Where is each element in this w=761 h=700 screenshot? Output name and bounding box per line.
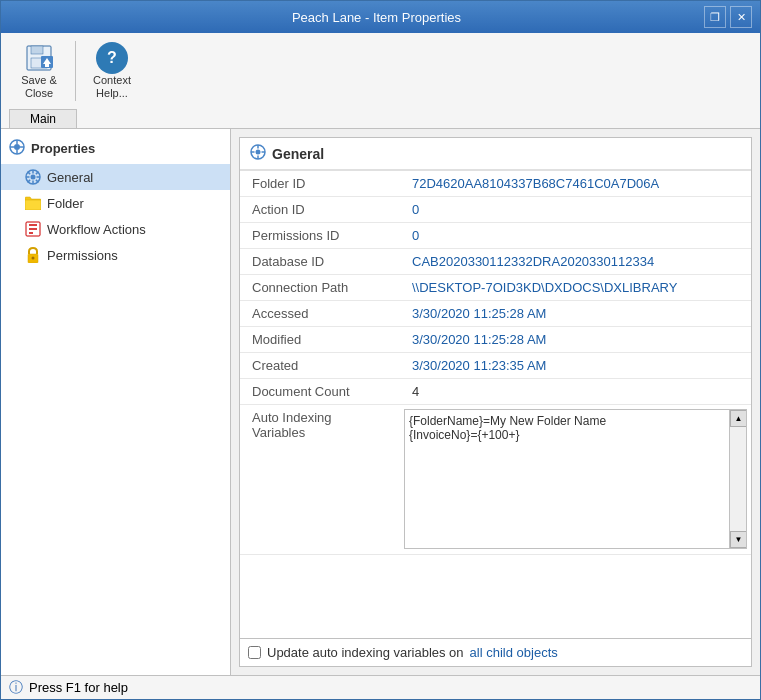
- sidebar-item-general[interactable]: General: [1, 164, 230, 190]
- scroll-up-button[interactable]: ▲: [730, 410, 747, 427]
- permissions-id-value: 0: [400, 223, 751, 249]
- save-close-label: Save &Close: [21, 74, 56, 100]
- svg-point-27: [32, 257, 35, 260]
- folder-id-value: 72D4620AA8104337B68C7461C0A7D06A: [400, 171, 751, 197]
- created-label: Created: [240, 353, 400, 379]
- properties-icon: [9, 139, 25, 158]
- lock-icon: [25, 247, 41, 263]
- update-checkbox[interactable]: [248, 646, 261, 659]
- scroll-track: [730, 427, 746, 531]
- title-bar-buttons: ❐ ✕: [704, 6, 752, 28]
- title-bar: Peach Lane - Item Properties ❐ ✕: [1, 1, 760, 33]
- sidebar-item-folder[interactable]: Folder: [1, 190, 230, 216]
- context-help-button[interactable]: ? ContextHelp...: [82, 37, 142, 105]
- modified-value: 3/30/2020 11:25:28 AM: [400, 327, 751, 353]
- created-value: 3/30/2020 11:23:35 AM: [400, 353, 751, 379]
- workflow-actions-label: Workflow Actions: [47, 222, 146, 237]
- permissions-label: Permissions: [47, 248, 118, 263]
- panel-header: General: [240, 138, 751, 170]
- toolbar-separator: [75, 41, 76, 101]
- svg-line-20: [36, 172, 39, 175]
- auto-indexing-value-cell: {FolderName}=My New Folder Name {Invoice…: [400, 405, 751, 554]
- checkbox-label-text: Update auto indexing variables on: [267, 645, 464, 660]
- close-button[interactable]: ✕: [730, 6, 752, 28]
- content-area: General Folder ID 72D4620AA8104337B68C74…: [231, 129, 760, 675]
- svg-point-7: [14, 144, 20, 150]
- modified-label: Modified: [240, 327, 400, 353]
- panel-header-text: General: [272, 146, 324, 162]
- toolbar: Save &Close ? ContextHelp... Main: [1, 33, 760, 129]
- svg-rect-1: [31, 46, 43, 54]
- context-help-label: ContextHelp...: [93, 74, 131, 100]
- save-close-button[interactable]: Save &Close: [9, 37, 69, 105]
- general-icon: [25, 169, 41, 185]
- properties-grid: Folder ID 72D4620AA8104337B68C7461C0A7D0…: [240, 170, 751, 405]
- database-id-value: CAB2020330112332DRA2020330112334: [400, 249, 751, 275]
- svg-point-13: [31, 175, 36, 180]
- properties-scroll[interactable]: Folder ID 72D4620AA8104337B68C7461C0A7D0…: [240, 170, 751, 638]
- permissions-id-label: Permissions ID: [240, 223, 400, 249]
- bottom-area: Update auto indexing variables on all ch…: [240, 638, 751, 666]
- scroll-down-button[interactable]: ▼: [730, 531, 747, 548]
- svg-line-19: [36, 180, 39, 183]
- sidebar-item-permissions[interactable]: Permissions: [1, 242, 230, 268]
- svg-line-21: [28, 180, 31, 183]
- auto-indexing-scrollbar: ▲ ▼: [729, 410, 746, 548]
- main-tab[interactable]: Main: [9, 109, 77, 128]
- accessed-label: Accessed: [240, 301, 400, 327]
- content-panel: General Folder ID 72D4620AA8104337B68C74…: [239, 137, 752, 667]
- auto-indexing-textarea-wrapper: {FolderName}=My New Folder Name {Invoice…: [404, 409, 747, 549]
- status-icon: ⓘ: [9, 679, 23, 697]
- auto-indexing-section: Auto Indexing Variables {FolderName}=My …: [240, 405, 751, 555]
- status-text: Press F1 for help: [29, 680, 128, 695]
- folder-id-label: Folder ID: [240, 171, 400, 197]
- help-circle: ?: [96, 42, 128, 74]
- action-id-label: Action ID: [240, 197, 400, 223]
- sidebar-item-workflow-actions[interactable]: Workflow Actions: [1, 216, 230, 242]
- window: Peach Lane - Item Properties ❐ ✕: [0, 0, 761, 700]
- connection-path-label: Connection Path: [240, 275, 400, 301]
- svg-rect-5: [45, 64, 49, 67]
- database-id-label: Database ID: [240, 249, 400, 275]
- folder-label: Folder: [47, 196, 84, 211]
- sidebar: Properties: [1, 129, 231, 675]
- status-bar: ⓘ Press F1 for help: [1, 675, 760, 699]
- sidebar-header: Properties: [1, 133, 230, 164]
- window-title: Peach Lane - Item Properties: [49, 10, 704, 25]
- update-checkbox-label[interactable]: Update auto indexing variables on all ch…: [248, 645, 558, 660]
- svg-line-18: [28, 172, 31, 175]
- action-id-value: 0: [400, 197, 751, 223]
- main-content: Properties: [1, 129, 760, 675]
- document-count-label: Document Count: [240, 379, 400, 405]
- folder-icon: [25, 195, 41, 211]
- all-child-objects-link[interactable]: all child objects: [470, 645, 558, 660]
- general-label: General: [47, 170, 93, 185]
- svg-point-29: [256, 150, 261, 155]
- accessed-value: 3/30/2020 11:25:28 AM: [400, 301, 751, 327]
- context-help-icon: ?: [96, 42, 128, 74]
- workflow-icon: [25, 221, 41, 237]
- auto-indexing-label: Auto Indexing Variables: [240, 405, 400, 554]
- connection-path-value: \\DESKTOP-7OID3KD\DXDOCS\DXLIBRARY: [400, 275, 751, 301]
- panel-header-icon: [250, 144, 266, 163]
- sidebar-header-label: Properties: [31, 141, 95, 156]
- document-count-value: 4: [400, 379, 751, 405]
- restore-button[interactable]: ❐: [704, 6, 726, 28]
- save-close-icon: [23, 42, 55, 74]
- auto-indexing-textarea[interactable]: {FolderName}=My New Folder Name {Invoice…: [405, 410, 728, 548]
